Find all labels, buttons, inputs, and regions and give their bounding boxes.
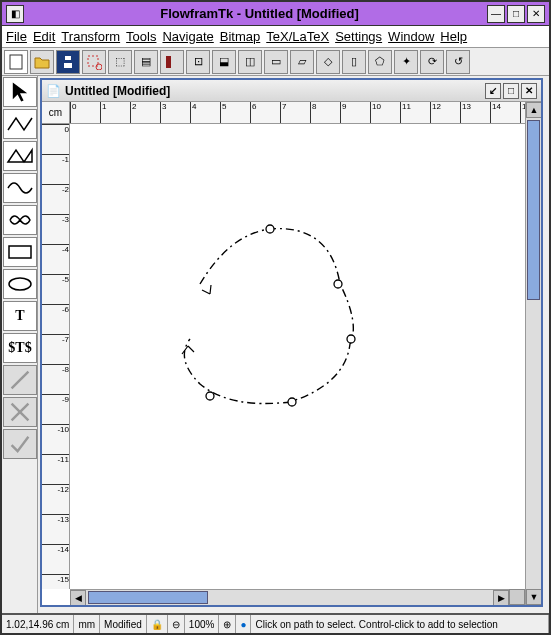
zoom-out-button[interactable]: ⊖	[168, 615, 185, 633]
doc-iconify-button[interactable]: ↙	[485, 83, 501, 99]
closed-curve-tool[interactable]	[3, 205, 37, 235]
menu-tex[interactable]: TeX/LaTeX	[266, 29, 329, 44]
maximize-button[interactable]: □	[507, 5, 525, 23]
status-zoom: 100%	[185, 615, 220, 633]
vertical-scrollbar[interactable]: ▲ ▼	[525, 102, 541, 605]
doc-maximize-button[interactable]: □	[503, 83, 519, 99]
disabled-tool-2	[3, 397, 37, 427]
menu-navigate[interactable]: Navigate	[162, 29, 213, 44]
ellipse-tool[interactable]	[3, 269, 37, 299]
menubar: File Edit Transform Tools Navigate Bitma…	[2, 26, 549, 48]
hscroll-right-arrow[interactable]: ▶	[493, 590, 509, 605]
status-hint: Click on path to select. Control-click t…	[251, 615, 549, 633]
svg-rect-6	[166, 56, 171, 68]
status-unit: mm	[74, 615, 100, 633]
status-lock-icon: 🔒	[147, 615, 168, 633]
tb-14[interactable]: ▯	[342, 50, 366, 74]
app-menu-icon[interactable]: ◧	[6, 5, 24, 23]
status-state: Modified	[100, 615, 147, 633]
document-area: 📄 Untitled [Modified] ↙ □ ✕ cm 012345678…	[38, 76, 549, 613]
hscroll-thumb[interactable]	[88, 591, 208, 604]
tb-17[interactable]: ⟳	[420, 50, 444, 74]
horizontal-scrollbar[interactable]: ◀ ▶	[70, 589, 509, 605]
text-tool[interactable]: T	[3, 301, 37, 331]
vscroll-down-arrow[interactable]: ▼	[526, 589, 541, 605]
status-info-icon: ●	[236, 615, 251, 633]
svg-rect-2	[64, 63, 72, 68]
svg-point-15	[347, 335, 355, 343]
document-window: 📄 Untitled [Modified] ↙ □ ✕ cm 012345678…	[40, 78, 543, 607]
tb-7[interactable]	[160, 50, 184, 74]
tb-8[interactable]: ⊡	[186, 50, 210, 74]
main-toolbar: ⬚ ▤ ⊡ ⬓ ◫ ▭ ▱ ◇ ▯ ⬠ ✦ ⟳ ↺	[2, 48, 549, 76]
svg-rect-0	[10, 55, 22, 69]
svg-point-9	[9, 278, 31, 290]
minimize-button[interactable]: —	[487, 5, 505, 23]
rectangle-tool[interactable]	[3, 237, 37, 267]
select-area-button[interactable]	[82, 50, 106, 74]
tb-13[interactable]: ◇	[316, 50, 340, 74]
menu-transform[interactable]: Transform	[61, 29, 120, 44]
document-title: Untitled [Modified]	[65, 84, 483, 98]
tb-15[interactable]: ⬠	[368, 50, 392, 74]
svg-point-13	[266, 225, 274, 233]
svg-point-16	[288, 398, 296, 406]
menu-settings[interactable]: Settings	[335, 29, 382, 44]
zoom-in-button[interactable]: ⊕	[219, 615, 236, 633]
new-button[interactable]	[4, 50, 28, 74]
tb-5[interactable]: ⬚	[108, 50, 132, 74]
save-button[interactable]	[56, 50, 80, 74]
vscroll-thumb[interactable]	[527, 120, 540, 300]
titlebar: ◧ FlowframTk - Untitled [Modified] — □ ✕	[2, 2, 549, 26]
menu-bitmap[interactable]: Bitmap	[220, 29, 260, 44]
hscroll-left-arrow[interactable]: ◀	[70, 590, 86, 605]
menu-tools[interactable]: Tools	[126, 29, 156, 44]
svg-rect-3	[65, 56, 71, 60]
canvas[interactable]	[70, 124, 525, 589]
tb-10[interactable]: ◫	[238, 50, 262, 74]
document-titlebar: 📄 Untitled [Modified] ↙ □ ✕	[42, 80, 541, 102]
svg-rect-4	[88, 56, 98, 66]
tb-16[interactable]: ✦	[394, 50, 418, 74]
menu-edit[interactable]: Edit	[33, 29, 55, 44]
svg-point-14	[334, 280, 342, 288]
status-coords: 1.02,14.96 cm	[2, 615, 74, 633]
ruler-unit: cm	[42, 102, 70, 124]
doc-close-button[interactable]: ✕	[521, 83, 537, 99]
doc-icon: 📄	[46, 84, 61, 98]
tool-palette: T $T$	[2, 76, 38, 613]
tb-18[interactable]: ↺	[446, 50, 470, 74]
vscroll-up-arrow[interactable]: ▲	[526, 102, 541, 118]
scroll-corner	[509, 589, 525, 605]
svg-point-17	[206, 392, 214, 400]
vertical-ruler: 0-1-2-3-4-5-6-7-8-9-10-11-12-13-14-15	[42, 124, 70, 589]
menu-file[interactable]: File	[6, 29, 27, 44]
svg-point-5	[96, 64, 102, 70]
menu-window[interactable]: Window	[388, 29, 434, 44]
tb-9[interactable]: ⬓	[212, 50, 236, 74]
body-area: T $T$ 📄 Untitled [Modified] ↙ □ ✕ cm	[2, 76, 549, 613]
open-button[interactable]	[30, 50, 54, 74]
drawn-path[interactable]	[70, 124, 525, 589]
svg-line-10	[12, 372, 29, 389]
app-title: FlowframTk - Untitled [Modified]	[32, 6, 487, 21]
svg-rect-8	[9, 246, 31, 258]
polyline-tool[interactable]	[3, 141, 37, 171]
disabled-tool-3	[3, 429, 37, 459]
tb-12[interactable]: ▱	[290, 50, 314, 74]
select-tool[interactable]	[3, 77, 37, 107]
tb-11[interactable]: ▭	[264, 50, 288, 74]
close-button[interactable]: ✕	[527, 5, 545, 23]
svg-rect-7	[172, 56, 178, 68]
math-text-tool[interactable]: $T$	[3, 333, 37, 363]
statusbar: 1.02,14.96 cm mm Modified 🔒 ⊖ 100% ⊕ ● C…	[2, 613, 549, 633]
tb-6[interactable]: ▤	[134, 50, 158, 74]
curve-tool[interactable]	[3, 173, 37, 203]
horizontal-ruler: 0123456789101112131415	[70, 102, 525, 124]
app-window: ◧ FlowframTk - Untitled [Modified] — □ ✕…	[0, 0, 551, 635]
line-tool[interactable]	[3, 109, 37, 139]
menu-help[interactable]: Help	[440, 29, 467, 44]
disabled-tool-1	[3, 365, 37, 395]
